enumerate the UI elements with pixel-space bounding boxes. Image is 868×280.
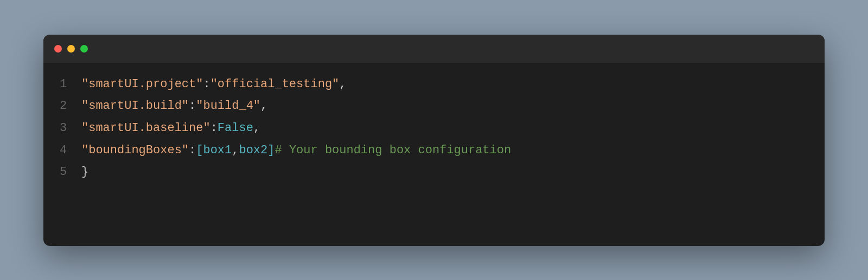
val-2: "build_4" [196,95,260,118]
colon-3: : [210,118,218,140]
line-number-1: 1 [60,74,81,96]
line-content-2: "smartUI.build": "build_4", [81,95,267,118]
key-3: "smartUI.baseline" [81,118,210,140]
comma-3: , [253,118,260,140]
code-line-1: 1 "smartUI.project": "official_testing", [60,74,808,96]
code-line-3: 3 "smartUI.baseline": False, [60,118,808,140]
colon-2: : [189,95,196,118]
code-window: 1 "smartUI.project": "official_testing",… [43,35,825,246]
code-line-4: 4 "boundingBoxes" : [box1, box2] # Your … [60,140,808,162]
line-number-2: 2 [60,95,81,118]
key-1: "smartUI.project" [81,74,203,96]
list-sep: , [232,140,239,162]
key-2: "smartUI.build" [81,95,189,118]
comment-4: # Your bounding box configuration [275,140,511,162]
minimize-button[interactable] [67,45,75,53]
line-content-3: "smartUI.baseline": False, [81,118,260,140]
code-line-5: 5 } [60,161,808,184]
code-line-2: 2 "smartUI.build": "build_4", [60,95,808,118]
comma-1: , [339,74,346,96]
titlebar [43,35,825,63]
maximize-button[interactable] [80,45,88,53]
val-3: False [218,118,253,140]
close-button[interactable] [54,45,62,53]
bracket-open: [ [196,140,203,162]
line-content-5: } [81,161,88,184]
line-content-1: "smartUI.project": "official_testing", [81,74,346,96]
bracket-close: ] [267,140,275,162]
closing-brace: } [81,161,88,184]
box2: box2 [239,140,267,162]
line-number-3: 3 [60,118,81,140]
line-number-4: 4 [60,140,81,162]
box1: box1 [203,140,232,162]
line-content-4: "boundingBoxes" : [box1, box2] # Your bo… [81,140,511,162]
val-1: "official_testing" [210,74,340,96]
colon-4: : [189,140,196,162]
code-editor: 1 "smartUI.project": "official_testing",… [43,63,825,246]
colon-1: : [203,74,210,96]
line-number-5: 5 [60,161,81,184]
comma-2: , [260,95,267,118]
key-4: "boundingBoxes" [81,140,189,162]
